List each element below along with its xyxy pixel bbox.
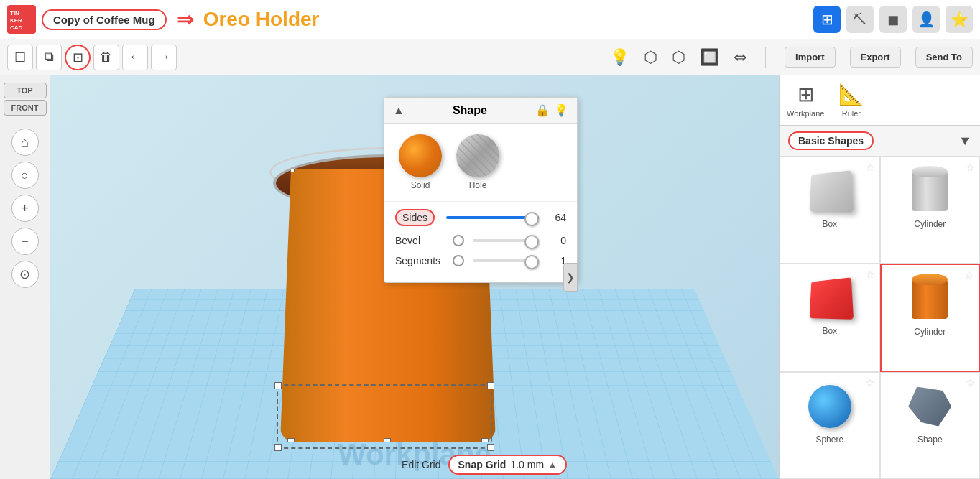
account-button[interactable]: 👤 [912, 6, 940, 33]
sphere-blue-shape [808, 385, 851, 428]
snap-grid-button[interactable]: Snap Grid 1.0 mm ▲ [448, 455, 567, 475]
sel-tl[interactable] [274, 382, 282, 389]
fit-button[interactable]: ○ [11, 162, 39, 189]
shape-box-red[interactable]: ☆ Box [780, 264, 880, 372]
bevel-row: Bevel 0 [395, 235, 566, 246]
zoom-in-button[interactable]: + [11, 195, 39, 222]
favorite-icon-5[interactable]: ☆ [866, 377, 875, 389]
snap-grid-value: 1.0 mm [510, 459, 544, 470]
header: TIN KER CAD Copy of Coffee Mug ⇒ Oreo Ho… [0, 0, 980, 39]
undo-button[interactable]: ← [122, 45, 148, 70]
bevel-slider[interactable] [473, 239, 539, 242]
shape-weird[interactable]: ☆ Shape [880, 372, 981, 479]
title-container: Copy of Coffee Mug ⇒ Oreo Holder [42, 8, 319, 32]
shape-cylinder-gray[interactable]: ☆ Cylinder [880, 157, 981, 264]
segments-row: Segments 1 [395, 255, 566, 266]
favorite-icon-3[interactable]: ☆ [866, 269, 875, 280]
workplane-tool[interactable]: ⊞ Workplane [787, 83, 824, 118]
shape-box-gray[interactable]: ☆ Box [780, 157, 880, 264]
sides-slider[interactable] [446, 216, 539, 219]
top-view-button[interactable]: TOP [4, 83, 47, 98]
shapes-title[interactable]: Basic Shapes [788, 131, 874, 150]
box-red-icon [805, 273, 855, 323]
canvas-area[interactable]: ↻ Workplane ▲ Shape 🔒 💡 Solid [50, 75, 779, 479]
shape-icon-2[interactable]: ⬡ [672, 48, 685, 67]
perspective-button[interactable]: ⊙ [11, 261, 39, 288]
segments-circle[interactable] [453, 255, 464, 266]
delete-button[interactable]: 🗑 [93, 45, 119, 70]
favorite-icon-6[interactable]: ☆ [966, 377, 975, 389]
copy-button[interactable]: ⊡ [65, 45, 91, 70]
bevel-label: Bevel [395, 235, 453, 246]
star-button[interactable]: ⭐ [946, 6, 973, 33]
project-name-button[interactable]: Copy of Coffee Mug [42, 9, 167, 30]
solid-label: Solid [411, 180, 430, 190]
bevel-circle[interactable] [453, 235, 464, 246]
selection-handle-mr[interactable] [492, 299, 499, 307]
lock-icon[interactable]: 🔒 [535, 103, 550, 117]
left-sidebar: TOP FRONT ⌂ ○ + − ⊙ [0, 75, 50, 479]
weird-label: Shape [917, 434, 943, 445]
ruler-icon: 📐 [838, 83, 864, 106]
bevel-value: 0 [545, 235, 566, 246]
box-red-label: Box [822, 326, 837, 336]
svg-text:TIN: TIN [10, 10, 19, 17]
shapes-grid: ☆ Box ☆ Cylinder ☆ Box [780, 157, 980, 479]
home-button[interactable]: ⌂ [11, 129, 39, 156]
right-panel: ⊞ Workplane 📐 Ruler Basic Shapes ▼ ☆ Box [779, 75, 980, 479]
light-icon[interactable]: 💡 [610, 48, 629, 67]
redo-button[interactable]: → [151, 45, 177, 70]
favorite-icon-2[interactable]: ☆ [966, 162, 975, 173]
shape-sphere-blue[interactable]: ☆ Sphere [780, 372, 880, 479]
favorite-icon-4[interactable]: ☆ [965, 269, 974, 281]
panel-collapse-button[interactable]: ❯ [563, 263, 578, 292]
sides-row: Sides 64 [395, 209, 566, 226]
favorite-icon[interactable]: ☆ [866, 162, 875, 173]
weird-icon [905, 381, 955, 432]
main: TOP FRONT ⌂ ○ + − ⊙ [0, 75, 980, 479]
cyl-gray-shape [912, 172, 948, 211]
selection-box [277, 384, 492, 449]
export-button[interactable]: ◼ [879, 6, 907, 33]
shape-icon-1[interactable]: ⬡ [644, 48, 657, 67]
hole-option[interactable]: Hole [456, 134, 499, 190]
toolbar: ☐ ⧉ ⊡ 🗑 ← → 💡 ⬡ ⬡ 🔲 ⇔ Import Export Send… [0, 39, 980, 75]
grid-view-button[interactable]: ⊞ [813, 6, 841, 33]
ruler-tool[interactable]: 📐 Ruler [838, 83, 864, 118]
front-view-button[interactable]: FRONT [4, 100, 47, 116]
copy-all-button[interactable]: ⧉ [36, 45, 62, 70]
segments-slider[interactable] [473, 259, 539, 262]
grid-icon[interactable]: 🔲 [700, 48, 719, 67]
send-to-button[interactable]: Send To [915, 47, 973, 68]
ruler-label: Ruler [842, 109, 861, 118]
cyl-orange-icon [905, 274, 955, 324]
panel-collapse-icon[interactable]: ▲ [393, 104, 405, 117]
tinkercad-logo: TIN KER CAD [7, 5, 36, 34]
new-button[interactable]: ☐ [7, 45, 33, 70]
shape-options: Solid Hole [384, 124, 577, 202]
bulb-icon[interactable]: 💡 [554, 103, 568, 117]
cyl-gray-icon [905, 166, 955, 216]
solid-option[interactable]: Solid [399, 134, 442, 190]
cyl-orange-label: Cylinder [914, 327, 946, 337]
export-button[interactable]: Export [850, 47, 901, 68]
zoom-out-button[interactable]: − [11, 228, 39, 255]
selection-handle-ml[interactable] [277, 299, 284, 307]
sides-value: 64 [545, 212, 566, 223]
import-button[interactable]: Import [785, 47, 835, 68]
sel-tr[interactable] [487, 382, 494, 389]
mirror-icon[interactable]: ⇔ [734, 48, 746, 67]
shapes-dropdown-icon[interactable]: ▼ [958, 134, 971, 149]
edit-grid-text: Edit Grid [402, 459, 440, 470]
solid-circle [399, 134, 442, 177]
shape-panel-icons: 🔒 💡 [535, 103, 568, 117]
hole-label: Hole [469, 180, 487, 190]
shape-panel-header: ▲ Shape 🔒 💡 [384, 98, 577, 124]
arrow-icon: ⇒ [177, 8, 193, 32]
shapes-header: Basic Shapes ▼ [780, 126, 980, 157]
shape-cylinder-orange[interactable]: ☆ Cylinder [880, 264, 981, 372]
box-red-shape [810, 277, 854, 320]
build-button[interactable]: ⛏ [846, 6, 874, 33]
workplane-icon: ⊞ [798, 83, 814, 106]
project-title: Oreo Holder [203, 8, 320, 31]
